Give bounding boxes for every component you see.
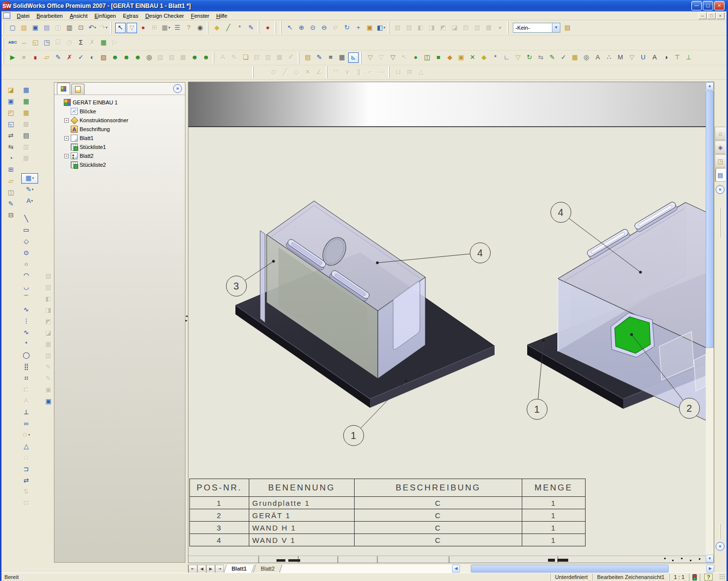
file-explorer-tab[interactable]: ◳: [715, 154, 726, 168]
bom-row[interactable]: 4 WAND V 1 C 1: [190, 534, 586, 546]
weldment-button[interactable]: ◫: [422, 52, 432, 63]
open-button[interactable]: ▨: [19, 23, 29, 33]
vertical-scrollbar[interactable]: [706, 82, 714, 563]
tree-item-konstruktionsordner[interactable]: + Konstruktionsordner: [54, 116, 185, 125]
import-diagnostics-button[interactable]: ◳: [42, 38, 52, 48]
sheet-tab-blatt2[interactable]: Blatt2: [253, 565, 282, 573]
interference-light-button[interactable]: ●: [138, 23, 148, 33]
sheet-tab-blatt1[interactable]: Blatt1: [224, 565, 254, 573]
solidworks-resources-tab[interactable]: ⌂: [715, 127, 726, 140]
revision-table-button[interactable]: ▤: [21, 131, 32, 141]
menu-design-checker[interactable]: Design Checker: [142, 12, 187, 20]
new-macro-button[interactable]: ▱: [42, 52, 52, 63]
select-button[interactable]: ↖: [115, 23, 126, 33]
undo-button[interactable]: ↶: [87, 23, 97, 33]
sketch-button[interactable]: ◆: [212, 23, 222, 33]
menu-ansicht[interactable]: Ansicht: [66, 12, 91, 20]
standard-3-view-button[interactable]: ▣: [6, 97, 16, 107]
filter-annotations-button[interactable]: ▽: [513, 52, 523, 63]
layer-dropdown[interactable]: -Kein- ▼: [513, 23, 560, 33]
spline-button[interactable]: ∿: [21, 305, 32, 315]
tangent-arc-sk-button[interactable]: ◡: [21, 282, 32, 292]
custom-properties-button[interactable]: ✗: [64, 52, 75, 63]
comment-button[interactable]: ✎: [314, 52, 324, 63]
design-checker-check-button[interactable]: ✓: [76, 52, 86, 63]
tree-item-blatt2[interactable]: + Blatt2: [54, 151, 185, 160]
point-button[interactable]: *: [234, 23, 245, 33]
centerpoint-arc-button[interactable]: ◠: [21, 271, 32, 281]
help-button[interactable]: ?: [183, 23, 194, 33]
face-select-button[interactable]: ■: [433, 52, 444, 63]
model-view-button[interactable]: ◪: [6, 85, 16, 96]
panel-expand-button[interactable]: »: [173, 84, 182, 93]
new-button[interactable]: ▢: [7, 23, 18, 33]
edit-sketch-button[interactable]: ✎: [246, 23, 256, 33]
save-button[interactable]: ▣: [30, 23, 41, 33]
weld-bottom-button[interactable]: ⊥: [683, 52, 694, 63]
bom-row[interactable]: 1 Grundplatte 1 C 1: [190, 497, 586, 509]
open-block-folder-button[interactable]: ❏: [240, 52, 251, 63]
hole-table-left-button[interactable]: ▦: [21, 97, 32, 107]
task-pane-grip[interactable]: [720, 208, 721, 238]
scroll-down-button[interactable]: [706, 555, 714, 563]
tree-display-button[interactable]: ∴: [604, 52, 614, 63]
run-macro-button[interactable]: ▶: [7, 52, 18, 63]
coordinate-system-button[interactable]: ∟: [501, 52, 512, 63]
trim-button[interactable]: ✕: [467, 52, 478, 63]
balloon-4-left[interactable]: 4: [470, 242, 491, 263]
split-point-button[interactable]: *: [490, 52, 500, 63]
last-sheet-button[interactable]: ⇥: [215, 565, 224, 573]
area-hatch-button[interactable]: ▦: [337, 52, 347, 63]
equations-button[interactable]: Σ: [76, 38, 86, 48]
datum-button[interactable]: ⊾: [348, 52, 359, 63]
empty-view-button[interactable]: ✎: [6, 199, 16, 209]
half-section-button[interactable]: ◑: [661, 52, 671, 63]
drawing-palette-tab[interactable]: ▤: [715, 168, 726, 182]
print-button[interactable]: ▥: [64, 23, 75, 33]
balloon-4-right[interactable]: 4: [550, 202, 571, 223]
edit-sheet-format-button[interactable]: ▤: [42, 23, 52, 33]
bom-table[interactable]: POS-NR. BENENNUNG BESCHREIBUNG MENGE 1 G…: [189, 479, 586, 546]
mirror-button[interactable]: ⇆: [536, 52, 546, 63]
screen-capture-button[interactable]: ◉: [195, 23, 205, 33]
section-view-button[interactable]: ⇄: [6, 131, 16, 141]
3d-instant-website-button[interactable]: ☻: [201, 52, 211, 63]
zoom-selection-button[interactable]: ⊖: [319, 23, 329, 33]
three-point-arc-button[interactable]: ⌒: [21, 293, 32, 304]
tree-item-root[interactable]: + GERÄT EINBAU 1: [54, 98, 185, 107]
record-pause-macro-button[interactable]: ∎: [30, 52, 41, 63]
u-profile-button[interactable]: U: [638, 52, 648, 63]
options-list-button[interactable]: ☰: [172, 23, 182, 33]
title-bar[interactable]: SW SolidWorks Office Premium 2007 - [GER…: [0, 0, 728, 11]
flip-entities-button[interactable]: ⇄: [21, 476, 32, 486]
line-format-button[interactable]: ≡: [325, 52, 336, 63]
point-sk-button[interactable]: *: [21, 339, 32, 349]
bom-row[interactable]: 2 GERÄT 1 C 1: [190, 509, 586, 522]
polygon-button[interactable]: ◇: [21, 237, 32, 247]
freehand-spline-button[interactable]: ∿: [21, 328, 32, 338]
scroll-right-button[interactable]: [706, 565, 714, 573]
zoom-area-button[interactable]: ⊙: [308, 23, 318, 33]
extend-button[interactable]: ◆: [479, 52, 489, 63]
sketch-flyout-button[interactable]: ✎: [21, 185, 38, 195]
layer-stack-button[interactable]: ▣: [44, 396, 54, 407]
balloon-1-right[interactable]: 1: [527, 399, 547, 420]
annotation-flyout-button[interactable]: A: [21, 196, 38, 206]
view-orientation-button[interactable]: ↖: [285, 23, 295, 33]
perimeter-circle-button[interactable]: ○: [21, 259, 32, 270]
note-box-button[interactable]: A: [592, 52, 603, 63]
help-status-icon[interactable]: ?: [700, 574, 717, 581]
centerline-button[interactable]: ⋮: [21, 316, 32, 327]
tree-item-beschriftung[interactable]: + Beschriftung: [54, 125, 185, 134]
expand-icon[interactable]: +: [64, 118, 69, 123]
edrawings-send-button[interactable]: ☻: [133, 52, 143, 63]
tree-item-blatt1[interactable]: + Blatt1: [54, 134, 185, 143]
menu-fenster[interactable]: Fenster: [187, 12, 213, 20]
bom-row[interactable]: 3 WAND H 1 C 1: [190, 522, 586, 534]
view-cube-button[interactable]: ▣: [364, 23, 375, 33]
layer-properties-button[interactable]: ▤: [562, 23, 573, 33]
horizontal-scroll-thumb[interactable]: [471, 565, 669, 573]
menu-extras[interactable]: Extras: [119, 12, 141, 20]
filter-gray-button[interactable]: ▽: [627, 52, 637, 63]
menu-hilfe[interactable]: Hilfe: [213, 12, 230, 20]
